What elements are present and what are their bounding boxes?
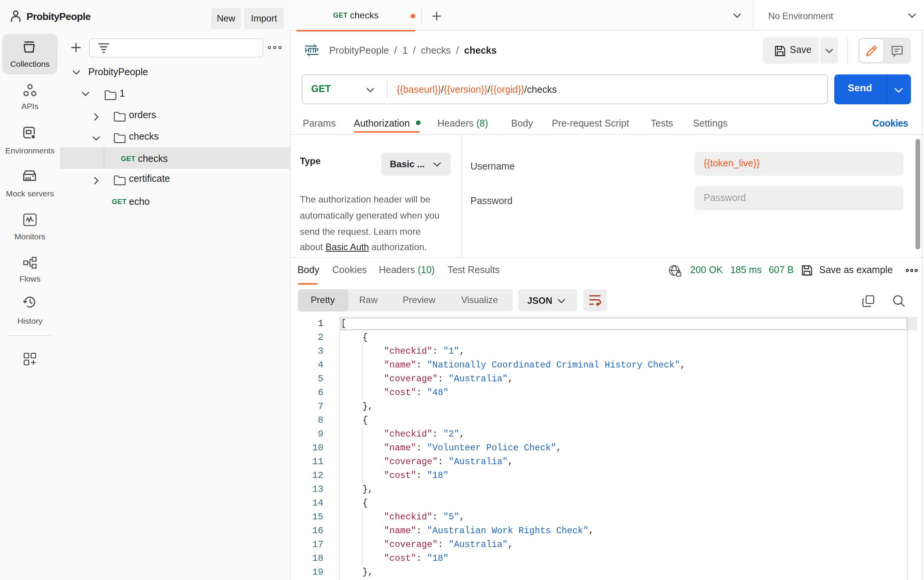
svg-text:HTTP: HTTP [305, 47, 318, 54]
